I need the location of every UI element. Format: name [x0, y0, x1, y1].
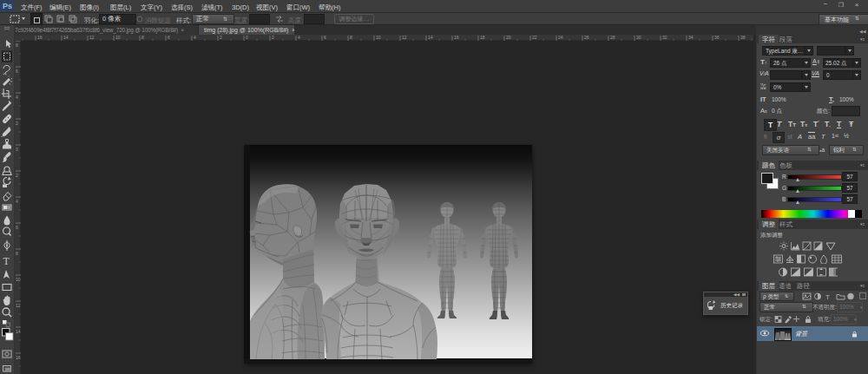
svg-text:16: 16 [37, 35, 43, 40]
svg-text:6: 6 [16, 69, 18, 74]
svg-text:8: 8 [350, 35, 352, 40]
svg-text:8: 8 [141, 35, 144, 40]
svg-text:14: 14 [63, 35, 69, 40]
svg-text:16: 16 [16, 355, 21, 360]
svg-text:4: 4 [194, 35, 196, 40]
svg-text:14: 14 [428, 35, 433, 40]
svg-text:30: 30 [636, 35, 641, 40]
svg-text:4: 4 [16, 95, 18, 100]
svg-text:26: 26 [584, 35, 589, 40]
svg-text:0: 0 [246, 35, 248, 40]
svg-text:6: 6 [324, 35, 326, 40]
svg-text:12: 12 [402, 35, 407, 40]
svg-text:10: 10 [115, 35, 121, 40]
svg-text:32: 32 [662, 35, 667, 40]
svg-text:6: 6 [16, 225, 18, 230]
svg-text:14: 14 [16, 329, 21, 334]
svg-text:4: 4 [16, 199, 18, 204]
svg-text:T: T [3, 255, 10, 267]
svg-text:20: 20 [506, 35, 511, 40]
svg-text:0: 0 [16, 147, 18, 152]
svg-text:24: 24 [558, 35, 563, 40]
svg-text:8: 8 [16, 251, 18, 256]
svg-text:2: 2 [272, 35, 274, 40]
svg-text:6: 6 [168, 35, 170, 40]
svg-text:2: 2 [16, 173, 18, 178]
svg-text:10: 10 [376, 35, 381, 40]
svg-text:10: 10 [16, 277, 21, 282]
svg-text:28: 28 [610, 35, 615, 40]
svg-text:36: 36 [714, 35, 720, 40]
svg-text:22: 22 [532, 35, 537, 40]
svg-text:2: 2 [16, 121, 18, 126]
svg-text:12: 12 [89, 35, 95, 40]
svg-text:38: 38 [740, 35, 746, 40]
svg-text:2: 2 [220, 35, 222, 40]
svg-text:T: T [825, 293, 830, 301]
svg-text:16: 16 [454, 35, 459, 40]
svg-text:18: 18 [480, 35, 485, 40]
svg-text:34: 34 [688, 35, 694, 40]
svg-text:4: 4 [298, 35, 300, 40]
svg-text:12: 12 [16, 303, 21, 308]
svg-text:8: 8 [16, 43, 18, 48]
